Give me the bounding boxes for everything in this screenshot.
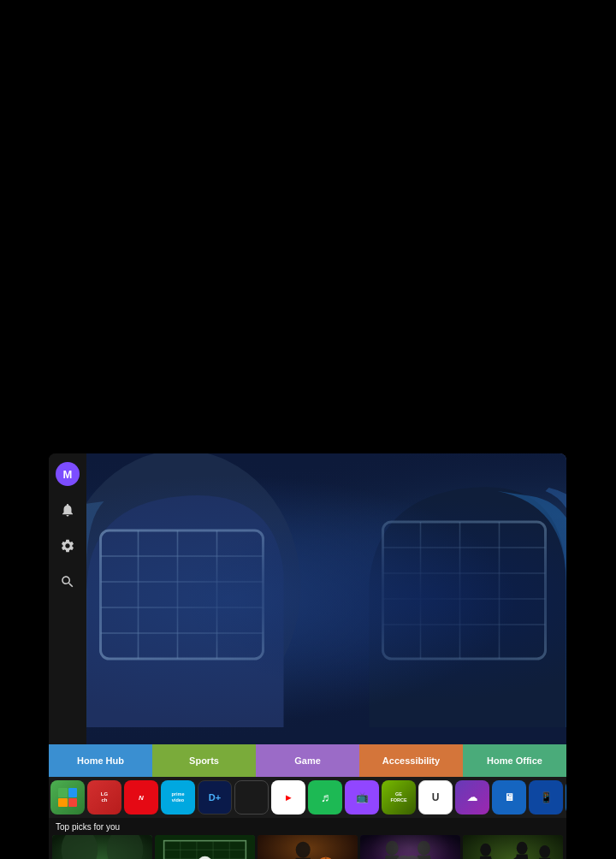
- thumbnail-basketball[interactable]: [258, 835, 358, 859]
- notifications-icon[interactable]: [56, 498, 80, 522]
- disney-plus-app[interactable]: D+: [198, 780, 232, 815]
- thumbnail-goal[interactable]: [155, 835, 255, 859]
- tab-game[interactable]: Game: [256, 744, 359, 777]
- top-picks-label: Top picks for you: [49, 818, 566, 835]
- svg-point-24: [107, 835, 144, 859]
- apple-tv-app[interactable]: [234, 780, 269, 815]
- spotify-app[interactable]: ♬: [308, 780, 342, 815]
- tv-frame: M: [49, 453, 566, 859]
- apps-row: LGch N primevideo D+ ▶: [49, 777, 566, 818]
- app-icon-12[interactable]: 🖥: [492, 780, 526, 815]
- sidebar: M: [49, 453, 86, 744]
- svg-rect-1: [86, 453, 566, 744]
- hero-image: [86, 453, 566, 744]
- geforce-now-app[interactable]: GEFORCE: [382, 780, 416, 815]
- youtube-app[interactable]: ▶: [271, 780, 305, 815]
- tab-home-office[interactable]: Home Office: [463, 744, 566, 777]
- twitch-app[interactable]: 📺: [345, 780, 379, 815]
- utomik-app[interactable]: U: [418, 780, 453, 815]
- svg-rect-2: [86, 453, 566, 744]
- svg-point-3: [86, 453, 301, 724]
- svg-rect-12: [383, 522, 546, 659]
- thumbnails-row: [49, 835, 566, 859]
- avatar[interactable]: M: [56, 462, 80, 486]
- tab-sports[interactable]: Sports: [152, 744, 256, 777]
- thumbnail-soccer[interactable]: [52, 835, 152, 859]
- magnifier-icon: [60, 574, 75, 589]
- svg-point-23: [62, 835, 98, 859]
- hero-banner: [86, 453, 566, 744]
- tab-accessibility[interactable]: Accessibility: [359, 744, 463, 777]
- app-icon-14[interactable]: ⊞: [566, 780, 566, 815]
- lg-channels-app[interactable]: LGch: [87, 780, 121, 815]
- bell-icon: [60, 502, 75, 518]
- cloud-gaming-app[interactable]: ☁: [455, 780, 489, 815]
- svg-rect-4: [101, 530, 264, 659]
- thumbnail-boxing[interactable]: [360, 835, 460, 859]
- settings-icon[interactable]: [56, 534, 80, 558]
- gear-icon: [60, 538, 75, 554]
- apps-button[interactable]: [50, 780, 85, 815]
- svg-point-49: [480, 844, 491, 856]
- netflix-app[interactable]: N: [124, 780, 158, 815]
- svg-point-54: [539, 845, 550, 858]
- tab-home-hub[interactable]: Home Hub: [49, 744, 152, 777]
- search-icon[interactable]: [56, 570, 80, 594]
- svg-point-52: [517, 842, 528, 855]
- thumbnail-football[interactable]: [463, 835, 563, 859]
- svg-rect-46: [360, 835, 460, 859]
- bottom-menu: Home Hub Sports Game Accessibility Home …: [49, 744, 566, 859]
- svg-point-37: [296, 842, 311, 858]
- svg-rect-25: [155, 835, 255, 859]
- prime-video-app[interactable]: primevideo: [161, 780, 195, 815]
- nav-tabs: Home Hub Sports Game Accessibility Home …: [49, 744, 566, 777]
- app-icon-13[interactable]: 📱: [529, 780, 563, 815]
- tv-screen: M: [49, 453, 566, 744]
- svg-rect-0: [86, 453, 566, 744]
